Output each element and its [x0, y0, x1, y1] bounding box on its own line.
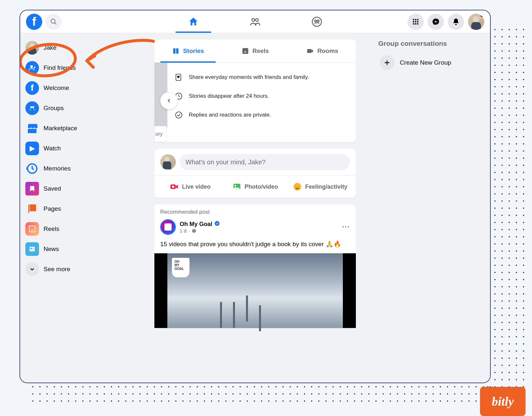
facebook-icon: f	[25, 81, 39, 95]
messenger-button[interactable]	[428, 14, 444, 30]
svg-point-38	[215, 221, 220, 226]
chevron-down-icon	[25, 262, 39, 276]
post-header: Recommended post Oh My Goal 1 d	[154, 204, 356, 237]
svg-point-17	[30, 106, 32, 108]
nav-home[interactable]	[175, 11, 211, 32]
photo-icon	[232, 182, 241, 191]
rc-label: Create New Group	[400, 59, 451, 66]
compose-placeholder: What's on your mind, Jake?	[186, 158, 266, 166]
avatar-icon	[25, 41, 39, 55]
sidebar-item-news[interactable]: News	[23, 239, 135, 259]
app-frame: f	[19, 10, 491, 383]
heart-card-icon	[174, 72, 184, 82]
post-watermark: OH MY GOAL	[172, 258, 189, 277]
sidebar-item-see-more[interactable]: See more	[23, 259, 135, 279]
svg-point-11	[415, 21, 417, 22]
friends-icon	[250, 16, 261, 27]
sidebar-item-memories[interactable]: Memories	[23, 158, 135, 179]
svg-point-15	[417, 23, 419, 25]
scroll-left-button[interactable]	[160, 92, 178, 109]
marketplace-icon	[25, 121, 39, 135]
rooms-icon	[306, 47, 314, 55]
live-video-button[interactable]: Live video	[158, 179, 223, 195]
compose-input[interactable]: What's on your mind, Jake?	[180, 154, 350, 170]
svg-rect-26	[242, 48, 248, 54]
sidebar-item-pages[interactable]: Pages	[23, 199, 135, 219]
action-label: Feeling/activity	[305, 183, 347, 190]
sidebar-label: Reels	[44, 225, 59, 233]
stories-body: ory Share everyday moments with friends …	[154, 63, 356, 142]
reels-icon	[241, 47, 249, 55]
post-menu-button[interactable]: ···	[342, 223, 350, 231]
info-text: Stories disappear after 24 hours.	[189, 93, 269, 99]
tab-reels[interactable]: Reels	[222, 40, 289, 62]
svg-rect-27	[307, 49, 312, 53]
bell-icon	[452, 18, 460, 26]
page-name-row[interactable]: Oh My Goal	[180, 221, 220, 228]
notifications-button[interactable]	[448, 14, 464, 30]
sidebar-item-find-friends[interactable]: Find friends	[23, 58, 135, 78]
facebook-logo[interactable]: f	[26, 14, 42, 30]
svg-point-16	[30, 65, 33, 68]
post-time-row: 1 d ·	[180, 228, 220, 233]
sidebar-item-reels[interactable]: Reels	[23, 219, 135, 239]
nav-groups[interactable]	[299, 11, 335, 32]
menu-button[interactable]	[408, 14, 424, 30]
profile-avatar[interactable]	[468, 14, 484, 30]
stories-icon	[172, 47, 180, 55]
sidebar-label: Jake	[44, 44, 57, 51]
page-avatar[interactable]	[160, 219, 176, 235]
sidebar-item-saved[interactable]: Saved	[23, 179, 135, 199]
stories-info-row: Share everyday moments with friends and …	[174, 72, 349, 82]
topbar: f	[20, 10, 490, 33]
plus-icon	[380, 55, 395, 70]
post-card: Recommended post Oh My Goal 1 d	[154, 204, 356, 328]
messenger-icon	[432, 18, 440, 26]
composer-avatar[interactable]	[160, 154, 176, 170]
decorative-dots-bottom	[29, 383, 494, 403]
sidebar-item-groups[interactable]: Groups	[23, 98, 135, 118]
feeling-activity-button[interactable]: Feeling/activity	[288, 179, 353, 195]
svg-point-3	[255, 19, 258, 21]
stories-info-row: Stories disappear after 24 hours.	[174, 91, 349, 101]
sidebar-item-watch[interactable]: ▶ Watch	[23, 138, 135, 158]
main-feed: Stories Reels Rooms ory	[137, 33, 373, 383]
info-text: Replies and reactions are private.	[189, 112, 271, 118]
nav-friends[interactable]	[237, 11, 273, 32]
tab-rooms[interactable]: Rooms	[289, 40, 356, 62]
nav-tabs	[175, 10, 335, 33]
action-label: Photo/video	[245, 183, 278, 190]
memories-icon	[25, 162, 39, 175]
create-new-group[interactable]: Create New Group	[378, 52, 485, 73]
action-label: Live video	[182, 183, 211, 190]
sidebar-item-marketplace[interactable]: Marketplace	[23, 118, 135, 138]
sidebar-label: Pages	[44, 205, 61, 212]
post-image[interactable]: OH MY GOAL	[154, 253, 356, 328]
stories-card: Stories Reels Rooms ory	[154, 40, 356, 142]
svg-rect-22	[30, 248, 32, 249]
saved-icon	[25, 182, 39, 195]
create-story-fragment[interactable]: ory	[154, 126, 167, 142]
tab-stories[interactable]: Stories	[154, 40, 222, 62]
svg-point-2	[252, 19, 255, 21]
svg-point-8	[415, 19, 417, 20]
info-text: Share everyday moments with friends and …	[189, 74, 309, 81]
composer-top: What's on your mind, Jake?	[154, 149, 356, 176]
sidebar-item-profile[interactable]: Jake	[23, 38, 135, 58]
post-time: 1 d	[180, 228, 187, 233]
groups-icon	[25, 101, 39, 115]
chevron-left-icon	[166, 97, 172, 104]
svg-point-7	[413, 19, 414, 20]
sidebar-item-welcome[interactable]: f Welcome	[23, 78, 135, 98]
tab-label: Rooms	[317, 47, 338, 55]
sidebar-label: Find friends	[44, 64, 76, 71]
post-text: 15 videos that prove you shouldn't judge…	[154, 237, 356, 253]
grid-icon	[412, 18, 419, 25]
search-button[interactable]	[45, 14, 62, 30]
stories-info: Share everyday moments with friends and …	[167, 63, 356, 142]
photo-video-button[interactable]: Photo/video	[223, 179, 288, 195]
composer-actions: Live video Photo/video Feeling/activity	[154, 176, 356, 198]
reels-icon	[25, 222, 39, 236]
svg-point-4	[312, 17, 321, 26]
sidebar-label: See more	[44, 266, 70, 273]
